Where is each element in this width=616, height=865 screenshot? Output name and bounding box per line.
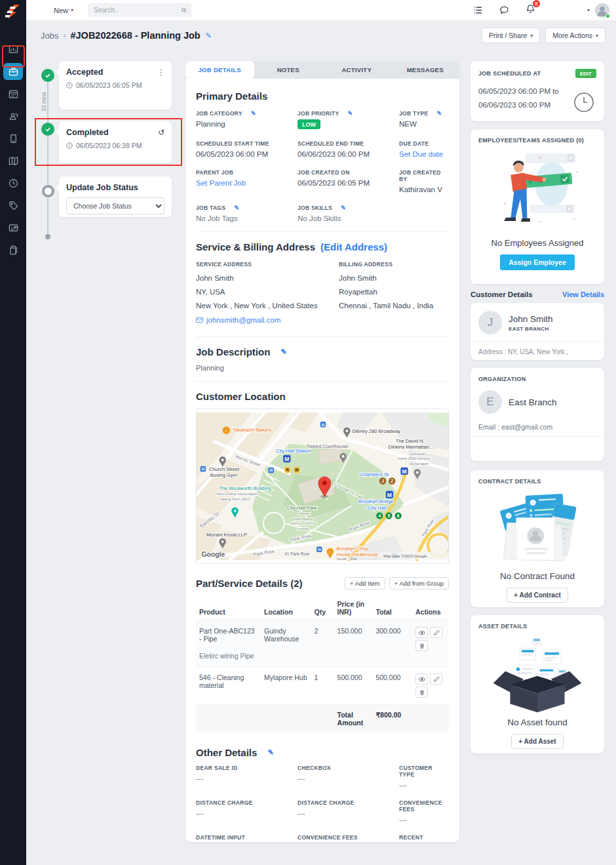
address-line: John Smith xyxy=(339,272,449,285)
clock-icon xyxy=(66,142,73,149)
search-input[interactable] xyxy=(92,6,182,14)
no-asset-illustration xyxy=(491,635,583,714)
accepted-timestamp: 06/05/2023 06:05 PM xyxy=(76,81,142,89)
tab-notes[interactable]: NOTES xyxy=(254,61,323,79)
product-desc: Eletirc wiring Pipe xyxy=(199,652,258,660)
other-field: CONVENIENCE FEES--- xyxy=(298,834,399,842)
billing-address-label: BILLING ADDRESS xyxy=(339,261,449,268)
edit-icon[interactable]: ✎ xyxy=(234,205,239,211)
edit-schedule-badge[interactable]: EDIT xyxy=(575,69,596,78)
cell-location: Mylapore Hub xyxy=(261,667,311,705)
app-logo-icon[interactable] xyxy=(5,4,21,20)
svg-text:⑂: ⑂ xyxy=(329,550,331,554)
product-name: 546 - Cleaning material xyxy=(199,674,258,689)
field-scheduled-end: SCHEDULED END TIME 06/06/2023 06:00 PM xyxy=(298,140,399,158)
edit-other-details-icon[interactable]: ✎ xyxy=(267,748,273,757)
account-menu[interactable]: ▾ xyxy=(587,3,609,18)
customer-card: J John Smith EAST BRANCH Address : NY, U… xyxy=(471,303,604,360)
edit-item-button[interactable] xyxy=(430,627,442,638)
sidebar-item-dashboard[interactable] xyxy=(3,41,23,58)
assign-employee-button[interactable]: Assign Employee xyxy=(500,254,575,270)
revert-status-icon[interactable]: ↺ xyxy=(158,128,164,137)
sidebar-item-map-book[interactable] xyxy=(3,152,23,169)
map-label: greenspace xyxy=(292,516,314,521)
global-search[interactable] xyxy=(88,3,191,17)
organization-name[interactable]: East Branch xyxy=(509,397,557,407)
subway-m-badge: M xyxy=(387,492,392,498)
email-text: johnsmith@gmail.com xyxy=(206,313,280,327)
avatar[interactable] xyxy=(595,3,609,18)
left-sidebar xyxy=(0,0,26,865)
tag-icon xyxy=(9,201,18,211)
view-details-link[interactable]: View Details xyxy=(562,291,604,298)
search-icon[interactable] xyxy=(182,7,187,14)
map-label: Mizrahi Kroub LLP xyxy=(206,532,247,538)
customer-name[interactable]: John Smith xyxy=(509,314,553,324)
sidebar-item-devices[interactable] xyxy=(3,130,23,147)
add-asset-button[interactable]: + Add Asset xyxy=(511,734,563,749)
edit-title-icon[interactable]: ✎ xyxy=(206,31,212,40)
delete-item-button[interactable] xyxy=(415,687,428,698)
map-label: Neo-Gothic skyscraper xyxy=(216,491,257,496)
field-value: NEW xyxy=(399,120,449,128)
service-email-link[interactable]: johnsmith@gmail.com xyxy=(196,313,339,327)
address-section-title: Service & Billing Address xyxy=(196,241,315,252)
new-dropdown[interactable]: New ▾ xyxy=(54,7,73,14)
edit-icon[interactable]: ✎ xyxy=(348,110,353,117)
billing-card-icon xyxy=(9,223,18,233)
service-address-block: SERVICE ADDRESS John Smith NY, USA New Y… xyxy=(196,261,339,327)
map-label: Boxing Gym xyxy=(210,472,237,478)
customer-location-map[interactable]: ⊟⊟⊟⊟⊟ ⑂ ♜ ⑂ xyxy=(196,409,449,564)
subway-w-badge: W xyxy=(295,468,299,472)
map-label: Vibrant xyxy=(298,511,311,515)
job-status-select[interactable]: Choose Job Status xyxy=(66,197,164,214)
more-actions-button[interactable]: More Actions ▾ xyxy=(545,28,606,43)
timeline-connector xyxy=(47,76,48,237)
tab-messages[interactable]: MESSAGES xyxy=(391,61,460,79)
no-contract-text: No Contract Found xyxy=(478,571,596,581)
edit-item-button[interactable] xyxy=(430,674,442,685)
timeline-card-accepted: Accepted ⋮ 06/05/2023 06:05 PM xyxy=(59,61,172,110)
edit-description-icon[interactable]: ✎ xyxy=(280,348,286,356)
field-value: 06/05/2023 06:00 PM xyxy=(196,150,298,158)
edit-icon[interactable]: ✎ xyxy=(251,110,256,117)
add-from-group-button[interactable]: + Add from Group xyxy=(389,577,449,590)
edit-icon[interactable]: ✎ xyxy=(341,205,346,211)
set-due-date-link[interactable]: Set Due date xyxy=(399,150,449,158)
subway-5-badge: 5 xyxy=(388,513,391,518)
job-description-title: Job Description xyxy=(196,346,270,357)
sidebar-item-jobs[interactable] xyxy=(3,63,23,80)
field-value: 06/06/2023 06:00 PM xyxy=(298,150,399,158)
sidebar-item-contacts[interactable] xyxy=(3,108,23,125)
list-view-icon[interactable] xyxy=(473,5,483,15)
sidebar-item-tags[interactable] xyxy=(3,197,23,214)
delete-item-button[interactable] xyxy=(415,640,428,651)
status-completed-title: Completed xyxy=(66,128,109,137)
field-label: JOB CREATED ON xyxy=(298,169,350,176)
sidebar-item-billing[interactable] xyxy=(3,219,23,236)
svg-text:⊟: ⊟ xyxy=(318,548,321,552)
sidebar-item-reports[interactable] xyxy=(3,241,23,258)
view-item-button[interactable] xyxy=(415,627,428,638)
map-label: with lunchtime xyxy=(290,521,316,525)
map-label: Gibney 280 Broadway xyxy=(352,428,400,434)
field-label: JOB CREATED BY xyxy=(399,169,449,182)
sidebar-item-calendar[interactable] xyxy=(3,85,23,102)
edit-icon[interactable]: ✎ xyxy=(436,110,442,117)
cell-price: 500.000 xyxy=(334,667,373,705)
set-parent-job-link[interactable]: Set Parent Job xyxy=(196,179,298,187)
map-label: - City Hall xyxy=(365,505,387,511)
edit-address-link[interactable]: (Edit Address) xyxy=(320,241,387,252)
add-item-button[interactable]: + Add Item xyxy=(345,577,385,590)
view-item-button[interactable] xyxy=(415,674,428,685)
chat-icon[interactable] xyxy=(499,5,509,15)
print-share-button[interactable]: Print / Share ▾ xyxy=(482,28,540,43)
tab-job-details[interactable]: JOB DETAILS xyxy=(185,61,254,79)
sidebar-item-time[interactable] xyxy=(3,174,23,191)
field-value: No Job Skills xyxy=(298,214,399,222)
kebab-menu-icon[interactable]: ⋮ xyxy=(157,68,164,77)
add-contract-button[interactable]: + Add Contract xyxy=(507,588,568,603)
tab-activity[interactable]: ACTIVITY xyxy=(322,61,391,79)
breadcrumb-jobs[interactable]: Jobs xyxy=(41,31,58,41)
col-actions: Actions xyxy=(412,596,449,620)
